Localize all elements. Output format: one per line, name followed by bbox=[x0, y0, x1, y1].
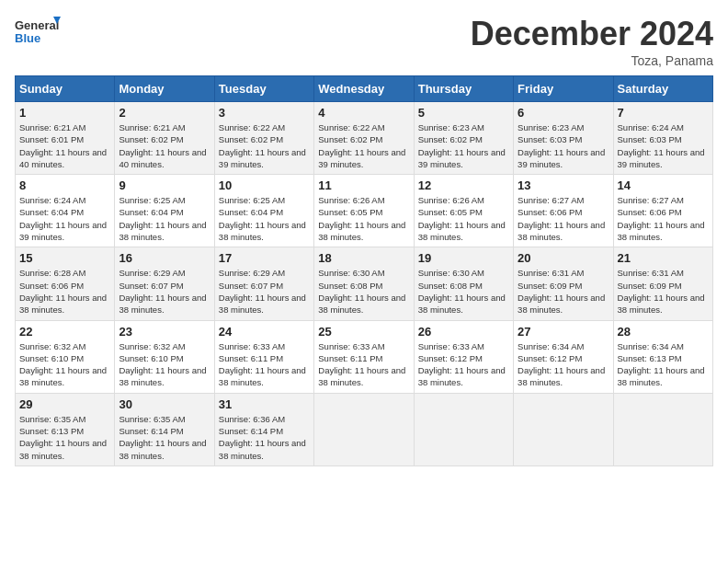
week-row-2: 8 Sunrise: 6:24 AM Sunset: 6:04 PM Dayli… bbox=[16, 175, 713, 247]
day-number: 20 bbox=[518, 251, 609, 265]
day-number: 19 bbox=[418, 251, 509, 265]
calendar-cell: 13 Sunrise: 6:27 AM Sunset: 6:06 PM Dayl… bbox=[514, 175, 613, 247]
calendar-cell bbox=[613, 393, 712, 465]
calendar-col-friday: Friday bbox=[514, 76, 613, 102]
page-header: General Blue December 2024 Toza, Panama bbox=[15, 15, 713, 68]
day-info: Sunrise: 6:32 AM Sunset: 6:10 PM Dayligh… bbox=[19, 340, 110, 389]
calendar-cell: 31 Sunrise: 6:36 AM Sunset: 6:14 PM Dayl… bbox=[214, 393, 313, 465]
day-info: Sunrise: 6:24 AM Sunset: 6:04 PM Dayligh… bbox=[19, 194, 110, 243]
day-info: Sunrise: 6:25 AM Sunset: 6:04 PM Dayligh… bbox=[119, 194, 210, 243]
day-number: 9 bbox=[119, 178, 210, 192]
day-number: 21 bbox=[618, 251, 709, 265]
calendar-cell: 8 Sunrise: 6:24 AM Sunset: 6:04 PM Dayli… bbox=[16, 175, 115, 247]
day-number: 23 bbox=[119, 325, 210, 339]
week-row-4: 22 Sunrise: 6:32 AM Sunset: 6:10 PM Dayl… bbox=[16, 320, 713, 393]
day-number: 27 bbox=[518, 325, 609, 339]
day-info: Sunrise: 6:24 AM Sunset: 6:03 PM Dayligh… bbox=[618, 121, 709, 170]
calendar-cell: 7 Sunrise: 6:24 AM Sunset: 6:03 PM Dayli… bbox=[613, 102, 712, 175]
calendar-col-thursday: Thursday bbox=[414, 76, 513, 102]
day-number: 13 bbox=[518, 178, 609, 192]
day-number: 17 bbox=[219, 251, 310, 265]
day-number: 12 bbox=[418, 178, 509, 192]
day-number: 4 bbox=[318, 106, 409, 120]
calendar-cell: 12 Sunrise: 6:26 AM Sunset: 6:05 PM Dayl… bbox=[414, 175, 513, 247]
day-number: 5 bbox=[418, 106, 509, 120]
calendar-col-wednesday: Wednesday bbox=[314, 76, 414, 102]
location-subtitle: Toza, Panama bbox=[471, 53, 713, 68]
day-info: Sunrise: 6:34 AM Sunset: 6:13 PM Dayligh… bbox=[618, 340, 709, 389]
day-info: Sunrise: 6:21 AM Sunset: 6:01 PM Dayligh… bbox=[19, 121, 110, 170]
day-info: Sunrise: 6:33 AM Sunset: 6:11 PM Dayligh… bbox=[219, 340, 310, 389]
day-info: Sunrise: 6:27 AM Sunset: 6:06 PM Dayligh… bbox=[518, 194, 609, 243]
calendar-cell: 25 Sunrise: 6:33 AM Sunset: 6:11 PM Dayl… bbox=[314, 320, 414, 393]
day-info: Sunrise: 6:30 AM Sunset: 6:08 PM Dayligh… bbox=[418, 267, 509, 316]
calendar-table: SundayMondayTuesdayWednesdayThursdayFrid… bbox=[15, 75, 713, 466]
logo-svg: General Blue bbox=[15, 15, 61, 53]
calendar-col-tuesday: Tuesday bbox=[214, 76, 313, 102]
day-number: 10 bbox=[219, 178, 310, 192]
day-info: Sunrise: 6:31 AM Sunset: 6:09 PM Dayligh… bbox=[618, 267, 709, 316]
calendar-col-sunday: Sunday bbox=[16, 76, 115, 102]
day-number: 15 bbox=[19, 251, 110, 265]
week-row-3: 15 Sunrise: 6:28 AM Sunset: 6:06 PM Dayl… bbox=[16, 247, 713, 320]
day-info: Sunrise: 6:30 AM Sunset: 6:08 PM Dayligh… bbox=[318, 267, 409, 316]
day-info: Sunrise: 6:36 AM Sunset: 6:14 PM Dayligh… bbox=[219, 413, 310, 462]
calendar-cell: 27 Sunrise: 6:34 AM Sunset: 6:12 PM Dayl… bbox=[514, 320, 613, 393]
day-number: 18 bbox=[318, 251, 409, 265]
day-number: 30 bbox=[119, 397, 210, 411]
day-info: Sunrise: 6:32 AM Sunset: 6:10 PM Dayligh… bbox=[119, 340, 210, 389]
calendar-cell bbox=[514, 393, 613, 465]
day-number: 2 bbox=[119, 106, 210, 120]
calendar-cell: 20 Sunrise: 6:31 AM Sunset: 6:09 PM Dayl… bbox=[514, 247, 613, 320]
calendar-cell: 24 Sunrise: 6:33 AM Sunset: 6:11 PM Dayl… bbox=[214, 320, 313, 393]
calendar-cell: 28 Sunrise: 6:34 AM Sunset: 6:13 PM Dayl… bbox=[613, 320, 712, 393]
svg-text:Blue: Blue bbox=[15, 31, 40, 45]
calendar-cell: 22 Sunrise: 6:32 AM Sunset: 6:10 PM Dayl… bbox=[16, 320, 115, 393]
week-row-1: 1 Sunrise: 6:21 AM Sunset: 6:01 PM Dayli… bbox=[16, 102, 713, 175]
calendar-col-monday: Monday bbox=[115, 76, 214, 102]
day-number: 7 bbox=[618, 106, 709, 120]
calendar-cell bbox=[314, 393, 414, 465]
logo: General Blue bbox=[15, 15, 61, 53]
day-number: 29 bbox=[19, 397, 110, 411]
day-info: Sunrise: 6:33 AM Sunset: 6:12 PM Dayligh… bbox=[418, 340, 509, 389]
calendar-cell: 2 Sunrise: 6:21 AM Sunset: 6:02 PM Dayli… bbox=[115, 102, 214, 175]
day-number: 22 bbox=[19, 325, 110, 339]
day-info: Sunrise: 6:28 AM Sunset: 6:06 PM Dayligh… bbox=[19, 267, 110, 316]
day-number: 6 bbox=[518, 106, 609, 120]
calendar-header-row: SundayMondayTuesdayWednesdayThursdayFrid… bbox=[16, 76, 713, 102]
title-block: December 2024 Toza, Panama bbox=[471, 15, 713, 68]
calendar-cell: 23 Sunrise: 6:32 AM Sunset: 6:10 PM Dayl… bbox=[115, 320, 214, 393]
calendar-cell: 10 Sunrise: 6:25 AM Sunset: 6:04 PM Dayl… bbox=[214, 175, 313, 247]
day-info: Sunrise: 6:35 AM Sunset: 6:13 PM Dayligh… bbox=[19, 413, 110, 462]
calendar-cell: 15 Sunrise: 6:28 AM Sunset: 6:06 PM Dayl… bbox=[16, 247, 115, 320]
calendar-cell: 30 Sunrise: 6:35 AM Sunset: 6:14 PM Dayl… bbox=[115, 393, 214, 465]
calendar-cell: 6 Sunrise: 6:23 AM Sunset: 6:03 PM Dayli… bbox=[514, 102, 613, 175]
svg-text:General: General bbox=[15, 18, 59, 32]
month-title: December 2024 bbox=[471, 15, 713, 53]
calendar-cell: 1 Sunrise: 6:21 AM Sunset: 6:01 PM Dayli… bbox=[16, 102, 115, 175]
day-info: Sunrise: 6:26 AM Sunset: 6:05 PM Dayligh… bbox=[418, 194, 509, 243]
day-info: Sunrise: 6:23 AM Sunset: 6:03 PM Dayligh… bbox=[518, 121, 609, 170]
calendar-cell: 5 Sunrise: 6:23 AM Sunset: 6:02 PM Dayli… bbox=[414, 102, 513, 175]
day-number: 11 bbox=[318, 178, 409, 192]
day-info: Sunrise: 6:29 AM Sunset: 6:07 PM Dayligh… bbox=[119, 267, 210, 316]
day-number: 1 bbox=[19, 106, 110, 120]
calendar-cell: 19 Sunrise: 6:30 AM Sunset: 6:08 PM Dayl… bbox=[414, 247, 513, 320]
calendar-cell: 26 Sunrise: 6:33 AM Sunset: 6:12 PM Dayl… bbox=[414, 320, 513, 393]
calendar-cell: 3 Sunrise: 6:22 AM Sunset: 6:02 PM Dayli… bbox=[214, 102, 313, 175]
calendar-cell: 16 Sunrise: 6:29 AM Sunset: 6:07 PM Dayl… bbox=[115, 247, 214, 320]
day-number: 16 bbox=[119, 251, 210, 265]
calendar-cell: 29 Sunrise: 6:35 AM Sunset: 6:13 PM Dayl… bbox=[16, 393, 115, 465]
calendar-cell: 17 Sunrise: 6:29 AM Sunset: 6:07 PM Dayl… bbox=[214, 247, 313, 320]
calendar-cell: 21 Sunrise: 6:31 AM Sunset: 6:09 PM Dayl… bbox=[613, 247, 712, 320]
week-row-5: 29 Sunrise: 6:35 AM Sunset: 6:13 PM Dayl… bbox=[16, 393, 713, 465]
day-number: 8 bbox=[19, 178, 110, 192]
calendar-cell: 18 Sunrise: 6:30 AM Sunset: 6:08 PM Dayl… bbox=[314, 247, 414, 320]
calendar-cell: 11 Sunrise: 6:26 AM Sunset: 6:05 PM Dayl… bbox=[314, 175, 414, 247]
calendar-col-saturday: Saturday bbox=[613, 76, 712, 102]
day-info: Sunrise: 6:23 AM Sunset: 6:02 PM Dayligh… bbox=[418, 121, 509, 170]
day-info: Sunrise: 6:33 AM Sunset: 6:11 PM Dayligh… bbox=[318, 340, 409, 389]
day-info: Sunrise: 6:29 AM Sunset: 6:07 PM Dayligh… bbox=[219, 267, 310, 316]
day-info: Sunrise: 6:31 AM Sunset: 6:09 PM Dayligh… bbox=[518, 267, 609, 316]
